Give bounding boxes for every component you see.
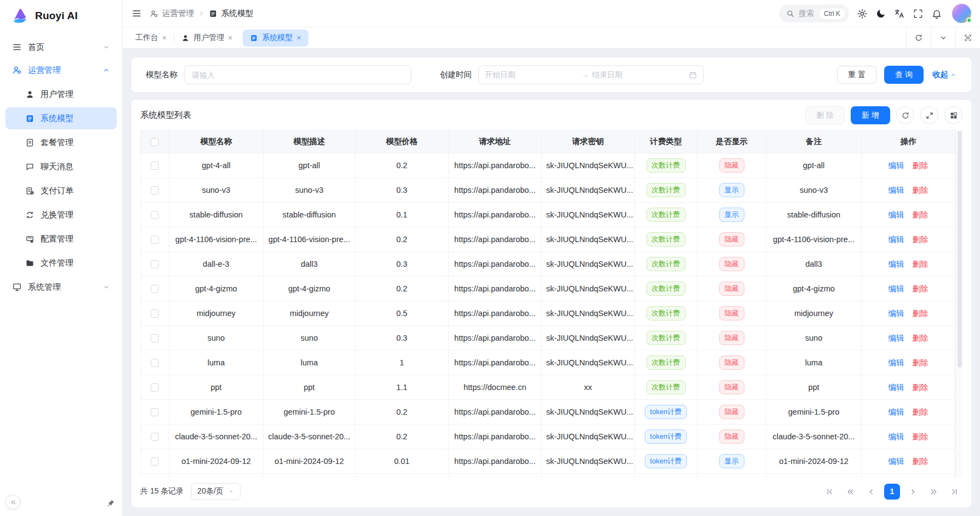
edit-link[interactable]: 编辑 bbox=[889, 235, 904, 244]
cell-actions: 编辑删除 bbox=[862, 400, 955, 425]
sidebar-item-home[interactable]: 首页 bbox=[5, 36, 117, 58]
tab-user-management[interactable]: 用户管理 × bbox=[174, 27, 239, 49]
add-button[interactable]: 新 增 bbox=[851, 106, 890, 124]
tab-list-dropdown-button[interactable] bbox=[931, 27, 955, 48]
delete-link[interactable]: 删除 bbox=[913, 383, 929, 392]
close-icon[interactable]: × bbox=[162, 34, 167, 42]
sidebar-subitem-1[interactable]: 系统模型 bbox=[5, 107, 117, 129]
sidebar-toggle-icon[interactable] bbox=[131, 8, 142, 19]
sidebar-subitem-5[interactable]: 兑换管理 bbox=[5, 204, 117, 226]
row-checkbox[interactable] bbox=[151, 211, 159, 219]
edit-link[interactable]: 编辑 bbox=[889, 161, 904, 170]
row-checkbox[interactable] bbox=[151, 457, 159, 466]
row-checkbox[interactable] bbox=[151, 408, 159, 416]
model-name-input[interactable] bbox=[184, 65, 411, 84]
delete-link[interactable]: 删除 bbox=[913, 309, 929, 318]
row-checkbox[interactable] bbox=[151, 359, 159, 367]
delete-link[interactable]: 删除 bbox=[913, 334, 929, 342]
row-checkbox[interactable] bbox=[151, 260, 159, 268]
chevron-down-icon bbox=[939, 33, 948, 42]
current-page-button[interactable]: 1 bbox=[884, 484, 900, 500]
table-fullscreen-button[interactable] bbox=[920, 106, 938, 124]
billing-tag: 次数计费 bbox=[646, 232, 686, 246]
cell-remark: suno bbox=[766, 326, 862, 351]
sidebar-subitem-3[interactable]: 聊天消息 bbox=[5, 156, 117, 177]
row-checkbox[interactable] bbox=[151, 186, 159, 194]
edit-link[interactable]: 编辑 bbox=[889, 432, 904, 441]
next-page-button[interactable] bbox=[905, 484, 921, 500]
page-size-select[interactable]: 20条/页 bbox=[191, 483, 240, 500]
content-fullscreen-button[interactable] bbox=[955, 27, 980, 48]
delete-link[interactable]: 删除 bbox=[913, 457, 929, 466]
global-search[interactable]: 搜索 Ctrl K bbox=[779, 4, 849, 22]
edit-link[interactable]: 编辑 bbox=[889, 408, 904, 416]
settings-icon[interactable] bbox=[857, 8, 868, 19]
row-checkbox[interactable] bbox=[151, 162, 159, 170]
row-checkbox[interactable] bbox=[151, 285, 159, 293]
edit-link[interactable]: 编辑 bbox=[889, 284, 904, 293]
delete-link[interactable]: 删除 bbox=[913, 260, 929, 268]
delete-link[interactable]: 删除 bbox=[913, 432, 929, 441]
user-avatar[interactable] bbox=[952, 4, 971, 23]
edit-link[interactable]: 编辑 bbox=[889, 383, 904, 392]
date-range-picker[interactable]: 开始日期 → 结束日期 bbox=[478, 65, 704, 84]
close-icon[interactable]: × bbox=[296, 34, 301, 42]
edit-link[interactable]: 编辑 bbox=[889, 260, 904, 268]
delete-link[interactable]: 删除 bbox=[913, 284, 929, 293]
edit-link[interactable]: 编辑 bbox=[889, 186, 904, 194]
app-title: Ruoyi AI bbox=[35, 10, 78, 22]
sidebar-subitem-2[interactable]: 套餐管理 bbox=[5, 131, 117, 153]
sidebar-item-operations[interactable]: 运营管理 bbox=[5, 59, 117, 81]
edit-link[interactable]: 编辑 bbox=[889, 309, 904, 318]
close-icon[interactable]: × bbox=[228, 34, 232, 42]
sidebar-subitem-6[interactable]: 配置管理 bbox=[5, 228, 117, 250]
vertical-scrollbar[interactable] bbox=[955, 130, 962, 478]
tab-system-model[interactable]: 系统模型 × bbox=[243, 30, 308, 47]
column-settings-button[interactable] bbox=[944, 106, 962, 124]
cell-request-key: sk-JIUQLNndqSeKWU... bbox=[542, 351, 635, 375]
sidebar-pin-icon[interactable] bbox=[106, 498, 116, 508]
delete-link[interactable]: 删除 bbox=[913, 161, 929, 170]
first-page-button[interactable] bbox=[822, 484, 838, 500]
sidebar-collapse-button[interactable] bbox=[5, 495, 20, 509]
edit-link[interactable]: 编辑 bbox=[889, 457, 904, 466]
doc-list-icon bbox=[25, 114, 35, 123]
sidebar-subitem-7[interactable]: 文件管理 bbox=[5, 252, 117, 274]
cell-select bbox=[141, 449, 169, 474]
scrollbar-thumb[interactable] bbox=[958, 131, 962, 368]
delete-link[interactable]: 删除 bbox=[913, 408, 929, 416]
edit-link[interactable]: 编辑 bbox=[889, 334, 904, 342]
edit-link[interactable]: 编辑 bbox=[889, 358, 904, 367]
notification-bell-icon[interactable] bbox=[931, 8, 942, 19]
delete-link[interactable]: 删除 bbox=[913, 358, 929, 367]
jump-back-button[interactable] bbox=[843, 484, 858, 500]
delete-link[interactable]: 删除 bbox=[913, 210, 929, 219]
row-checkbox[interactable] bbox=[151, 236, 159, 244]
sidebar-item-system[interactable]: 系统管理 bbox=[5, 276, 117, 298]
last-page-button[interactable] bbox=[947, 484, 962, 500]
tab-workbench[interactable]: 工作台 × bbox=[128, 27, 174, 49]
row-checkbox[interactable] bbox=[151, 433, 159, 441]
jump-forward-button[interactable] bbox=[926, 484, 942, 500]
row-checkbox[interactable] bbox=[151, 334, 159, 342]
sidebar-subitem-4[interactable]: 支付订单 bbox=[5, 180, 117, 202]
refresh-tab-button[interactable] bbox=[906, 27, 931, 48]
collapse-filter-link[interactable]: 收起 bbox=[932, 70, 957, 80]
breadcrumb-item-operations[interactable]: 运营管理 bbox=[150, 8, 194, 19]
select-all-checkbox[interactable] bbox=[151, 138, 159, 146]
language-icon[interactable] bbox=[894, 8, 905, 19]
row-checkbox[interactable] bbox=[151, 309, 159, 318]
delete-button[interactable]: 删 除 bbox=[805, 106, 845, 124]
row-checkbox[interactable] bbox=[151, 383, 159, 392]
dark-mode-icon[interactable] bbox=[875, 8, 886, 19]
prev-page-button[interactable] bbox=[863, 484, 879, 500]
refresh-table-button[interactable] bbox=[896, 106, 914, 124]
fullscreen-icon[interactable] bbox=[913, 8, 924, 19]
reset-button[interactable]: 重 置 bbox=[837, 66, 876, 84]
delete-link[interactable]: 删除 bbox=[913, 235, 929, 244]
cell-actions: 编辑删除 bbox=[862, 425, 955, 449]
edit-link[interactable]: 编辑 bbox=[889, 210, 904, 219]
sidebar-subitem-0[interactable]: 用户管理 bbox=[5, 83, 117, 105]
search-button[interactable]: 查 询 bbox=[884, 66, 924, 84]
delete-link[interactable]: 删除 bbox=[913, 186, 929, 194]
